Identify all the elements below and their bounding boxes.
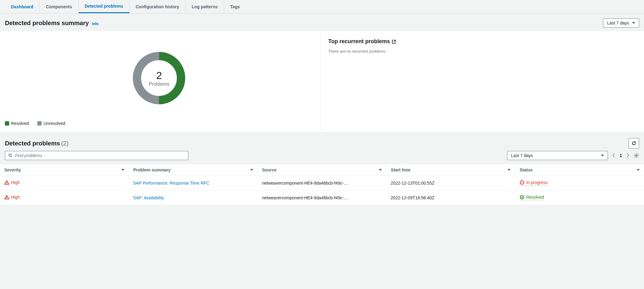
recurrent-title: Top recurrent problems (328, 38, 390, 45)
svg-point-6 (6, 183, 7, 184)
source-cell: netweavercomponent-HE4-9da46bcb-f49c-… (257, 176, 386, 190)
col-severity[interactable]: Severity (0, 164, 129, 176)
svg-point-8 (521, 182, 521, 183)
pager: 1 (612, 153, 629, 158)
summary-header: Detected problems summary Info Last 7 da… (0, 13, 644, 31)
svg-line-3 (11, 156, 12, 157)
search-input[interactable] (15, 153, 185, 158)
table-row: HighSAP: Availabilitynetweavercomponent-… (0, 190, 644, 205)
donut-label: Problems (149, 81, 169, 87)
tab-log-patterns[interactable]: Log patterns (186, 0, 224, 13)
problem-summary-link[interactable]: SAP Performance: Response Time RFC (133, 181, 209, 186)
legend-swatch-resolved (5, 121, 9, 126)
severity-cell: High (4, 180, 20, 185)
sort-icon (121, 169, 124, 171)
svg-point-12 (6, 198, 7, 199)
legend-unresolved-label: Unresolved (43, 121, 65, 126)
warning-icon (4, 195, 9, 200)
col-start[interactable]: Start time (387, 164, 515, 176)
summary-title: Detected problems summary (5, 20, 89, 27)
tab-dashboard[interactable]: Dashboard (5, 0, 40, 13)
in-progress-icon (520, 180, 524, 185)
caret-down-icon (632, 22, 635, 24)
status-cell: Resolved (520, 195, 544, 200)
start-time-cell: 2022-12-09T18:56:40Z (387, 190, 515, 205)
filter-time-range-label: Last 7 days (511, 153, 533, 158)
col-status[interactable]: Status (515, 164, 644, 176)
external-link-icon[interactable] (392, 39, 396, 44)
tab-tags[interactable]: Tags (224, 0, 246, 13)
problem-summary-link[interactable]: SAP: Availability (133, 195, 164, 200)
col-source-label: Source (262, 167, 276, 172)
svg-point-10 (523, 182, 523, 183)
col-summary-label: Problem summary (133, 167, 171, 172)
settings-button[interactable] (634, 153, 639, 158)
tabs-bar: Dashboard Components Detected problems C… (0, 0, 644, 13)
sort-icon (637, 169, 640, 171)
col-status-label: Status (520, 167, 533, 172)
legend-swatch-unresolved (37, 121, 42, 126)
chart-legend: Resolved Unresolved (5, 118, 313, 126)
col-severity-label: Severity (4, 167, 21, 172)
sort-icon (379, 169, 382, 171)
col-summary[interactable]: Problem summary (129, 164, 257, 176)
problems-table: Severity Problem summary Source Start ti… (0, 164, 644, 205)
start-time-cell: 2022-12-13T01:00:55Z (387, 176, 515, 190)
sort-icon (508, 169, 511, 171)
recurrent-panel: Top recurrent problems There are no recu… (321, 31, 644, 132)
summary-panel: 2 Problems Resolved Unresolved Top recur… (0, 31, 644, 132)
svg-point-4 (636, 155, 637, 156)
tab-configuration-history[interactable]: Configuration history (130, 0, 186, 13)
col-source[interactable]: Source (257, 164, 386, 176)
refresh-icon (631, 141, 636, 146)
svg-point-9 (522, 182, 522, 183)
filter-row: Last 7 days 1 (0, 151, 644, 164)
filter-time-range-dropdown[interactable]: Last 7 days (507, 151, 608, 160)
svg-point-2 (9, 154, 11, 156)
legend-resolved: Resolved (5, 121, 29, 126)
table-row: HighSAP Performance: Response Time RFCne… (0, 176, 644, 190)
sort-icon (250, 169, 253, 171)
chart-area: 2 Problems Resolved Unresolved (0, 31, 321, 132)
search-icon (8, 153, 13, 158)
caret-down-icon (601, 155, 604, 156)
donut-value: 2 (149, 69, 169, 81)
severity-cell: High (4, 195, 20, 200)
page-number: 1 (620, 153, 622, 158)
problems-title: Detected problems (5, 140, 60, 147)
legend-resolved-label: Resolved (11, 121, 29, 126)
warning-icon (4, 180, 9, 185)
problems-count: (2) (61, 140, 68, 147)
status-cell: In progress (520, 180, 548, 186)
source-cell: netweavercomponent-HE4-9da46bcb-f49c-… (257, 190, 386, 205)
problems-header: Detected problems (2) (0, 132, 644, 151)
tab-detected-problems[interactable]: Detected problems (79, 0, 130, 13)
col-start-label: Start time (391, 167, 411, 172)
time-range-dropdown[interactable]: Last 7 days (603, 18, 639, 28)
tab-components[interactable]: Components (40, 0, 79, 13)
refresh-button[interactable] (629, 138, 639, 148)
recurrent-empty-text: There are no recurrent problems (328, 49, 637, 54)
info-link[interactable]: Info (92, 22, 99, 26)
time-range-label: Last 7 days (607, 21, 629, 25)
search-box[interactable] (5, 151, 188, 160)
legend-unresolved: Unresolved (37, 121, 65, 126)
next-page-button[interactable] (626, 153, 629, 158)
resolved-icon (520, 195, 524, 200)
prev-page-button[interactable] (612, 153, 615, 158)
donut-center: 2 Problems (149, 69, 169, 87)
